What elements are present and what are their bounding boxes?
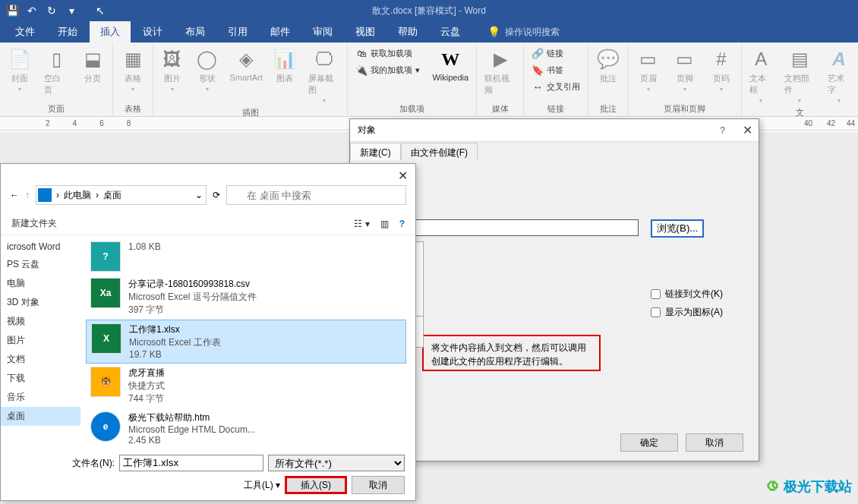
pointer-icon[interactable]: ↖ — [91, 2, 109, 20]
table-icon: ▦ — [121, 47, 145, 71]
tab-home[interactable]: 开始 — [47, 21, 88, 43]
info-text: 将文件内容插入到文档，然后可以调用创建此文件的应用程序进行编辑。 — [422, 335, 601, 371]
bookmark-button[interactable]: 🔖书签 — [528, 62, 583, 77]
parts-icon: ▤ — [787, 47, 812, 71]
bulb-icon: 💡 — [487, 26, 500, 38]
help-icon[interactable]: ? — [399, 219, 405, 229]
blank-icon: ▯ — [44, 47, 68, 71]
tab-from-file[interactable]: 由文件创建(F) — [401, 143, 478, 160]
comment-button[interactable]: 💬批注 — [593, 46, 623, 86]
insert-button[interactable]: 插入(S) — [285, 476, 347, 494]
window-title: 散文.docx [兼容模式] - Word — [372, 5, 486, 17]
tab-view[interactable]: 视图 — [345, 21, 386, 43]
qat-more-icon[interactable]: ▾ — [62, 2, 80, 20]
online-video-button[interactable]: ▶联机视频 — [481, 46, 519, 97]
smartart-button[interactable]: ◈SmartArt — [228, 46, 265, 83]
link-to-file-checkbox[interactable]: 链接到文件(K) — [651, 288, 723, 301]
screenshot-button[interactable]: 🖵屏幕截图▾ — [305, 46, 342, 106]
sidebar-tree[interactable]: icrosoft Word PS 云盘 电脑 3D 对象 视频 图片 文档 下载… — [1, 238, 80, 447]
new-folder-button[interactable]: 新建文件夹 — [11, 217, 57, 230]
display-as-icon-checkbox[interactable]: 显示为图标(A) — [651, 306, 723, 319]
tab-new-object[interactable]: 新建(C) — [350, 143, 401, 160]
picture-button[interactable]: 🖼图片▾ — [158, 46, 187, 94]
list-item[interactable]: e极光下载站帮助.htmMicrosoft Edge HTML Docum...… — [86, 408, 406, 447]
cover-page-button[interactable]: 📄封面▾ — [5, 46, 35, 94]
search-input[interactable] — [226, 185, 406, 205]
wikipedia-button[interactable]: WWikipedia — [429, 46, 472, 83]
pagenum-button[interactable]: #页码▾ — [706, 46, 737, 94]
header-button[interactable]: ▭页眉▾ — [633, 46, 664, 94]
tab-clouddisk[interactable]: 云盘 — [430, 21, 471, 43]
cover-icon: 📄 — [8, 47, 32, 71]
refresh-icon[interactable]: ⟳ — [213, 190, 220, 200]
list-item[interactable]: ?1.08 KB — [86, 238, 406, 275]
redo-icon[interactable]: ↻ — [43, 2, 61, 20]
tab-review[interactable]: 审阅 — [302, 21, 343, 43]
get-addins-button[interactable]: 🛍获取加载项 — [352, 46, 423, 61]
tools-button[interactable]: 工具(L) ▾ — [244, 479, 280, 492]
bookmark-icon: 🔖 — [532, 64, 544, 76]
list-item[interactable]: 🐯虎牙直播快捷方式744 字节 — [86, 364, 406, 408]
ok-button[interactable]: 确定 — [620, 433, 678, 452]
comment-icon: 💬 — [596, 47, 620, 71]
tab-design[interactable]: 设计 — [132, 21, 173, 43]
addins-icon: 🔌 — [355, 64, 367, 76]
tell-me[interactable]: 💡 操作说明搜索 — [487, 26, 560, 39]
crossref-button[interactable]: ↔交叉引用 — [528, 79, 583, 94]
close-icon[interactable]: ✕ — [743, 123, 752, 137]
breadcrumb[interactable]: ›此电脑›桌面 ⌄ — [36, 185, 207, 205]
link-button[interactable]: 🔗链接 — [528, 46, 583, 61]
wiki-icon: W — [438, 47, 462, 71]
file-list: ?1.08 KB Xa分享记录-1680160993818.csvMicroso… — [86, 238, 406, 447]
my-addins-button[interactable]: 🔌我的加载项 ▾ — [352, 62, 423, 77]
wordart-button[interactable]: A艺术字▾ — [825, 46, 853, 106]
ribbon-tabs: 文件 开始 插入 设计 布局 引用 邮件 审阅 视图 帮助 云盘 💡 操作说明搜… — [0, 21, 858, 43]
store-icon: 🛍 — [355, 47, 367, 59]
tab-references[interactable]: 引用 — [217, 21, 258, 43]
preview-icon[interactable]: ▥ — [380, 219, 389, 229]
nav-back-icon[interactable]: ← — [10, 190, 19, 200]
header-icon: ▭ — [636, 47, 661, 71]
chart-button[interactable]: 📊图表 — [270, 46, 299, 86]
list-item[interactable]: Xa分享记录-1680160993818.csvMicrosoft Excel … — [86, 275, 406, 320]
textbox-button[interactable]: A文本框▾ — [746, 46, 775, 106]
page-break-button[interactable]: ⬓分页 — [77, 46, 108, 86]
screenshot-icon: 🖵 — [312, 47, 336, 71]
picture-icon: 🖼 — [160, 47, 185, 71]
nav-up-icon[interactable]: ↑ — [25, 190, 30, 200]
tab-mail[interactable]: 邮件 — [260, 21, 301, 43]
table-button[interactable]: ▦表格▾ — [118, 46, 148, 94]
link-icon: 🔗 — [532, 47, 544, 59]
smartart-icon: ◈ — [234, 47, 258, 71]
ribbon: 📄封面▾ ▯空白页 ⬓分页 页面 ▦表格▾ 表格 🖼图片▾ ◯形状▾ ◈Smar… — [0, 43, 858, 117]
break-icon: ⬓ — [80, 47, 105, 71]
list-item[interactable]: X工作簿1.xlsxMicrosoft Excel 工作表19.7 KB — [86, 320, 406, 364]
save-icon[interactable]: 💾 — [3, 2, 21, 20]
tab-file[interactable]: 文件 — [5, 21, 46, 43]
tab-help[interactable]: 帮助 — [387, 21, 428, 43]
footer-icon: ▭ — [673, 47, 697, 71]
textbox-icon: A — [749, 47, 773, 71]
browse-button[interactable]: 浏览(B)... — [651, 219, 704, 238]
watermark-logo: ဖ 极光下载站 — [759, 474, 852, 498]
file-open-dialog: ✕ ← ↑ ›此电脑›桌面 ⌄ ⟳ 新建文件夹 ☷ ▾ ▥ ? icrosoft… — [0, 163, 416, 501]
video-icon: ▶ — [488, 47, 513, 71]
footer-button[interactable]: ▭页脚▾ — [670, 46, 700, 94]
blank-page-button[interactable]: ▯空白页 — [41, 46, 72, 97]
shapes-icon: ◯ — [195, 47, 219, 71]
filename-input[interactable] — [119, 455, 263, 471]
pc-icon — [38, 188, 52, 202]
cancel-button[interactable]: 取消 — [686, 433, 743, 452]
undo-icon[interactable]: ↶ — [23, 2, 41, 20]
wordart-icon: A — [827, 47, 851, 71]
parts-button[interactable]: ▤文档部件▾ — [781, 46, 818, 106]
close-icon[interactable]: ✕ — [398, 169, 408, 183]
tab-insert[interactable]: 插入 — [90, 21, 131, 43]
tab-layout[interactable]: 布局 — [175, 21, 216, 43]
shapes-button[interactable]: ◯形状▾ — [193, 46, 222, 94]
help-icon[interactable]: ? — [720, 125, 725, 136]
filter-select[interactable]: 所有文件(*.*) — [268, 455, 405, 471]
cancel-button[interactable]: 取消 — [352, 476, 405, 494]
view-icon[interactable]: ☷ ▾ — [354, 219, 369, 229]
xref-icon: ↔ — [532, 80, 544, 93]
